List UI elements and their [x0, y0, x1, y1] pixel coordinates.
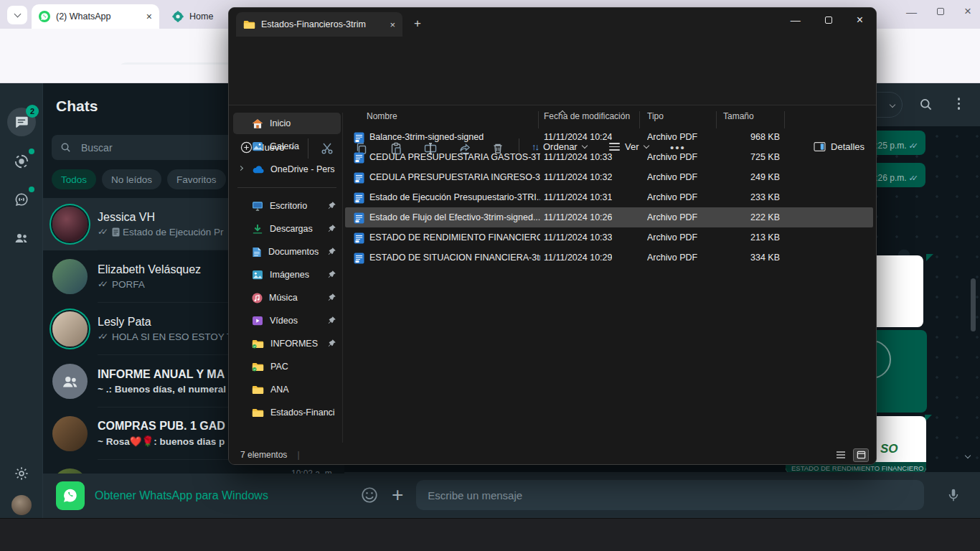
explorer-toolbar: Nuevo ↑↓ Ordenar Ver •••: [229, 70, 876, 105]
read-receipt-icon: ✓✓: [98, 279, 105, 289]
column-divider[interactable]: [538, 111, 539, 128]
sidebar-item-escritorio[interactable]: Escritorio: [233, 195, 341, 217]
sidebar-item-documentos[interactable]: Documentos: [233, 241, 341, 263]
tab-label: (2) WhatsApp: [56, 11, 141, 22]
column-divider[interactable]: [784, 111, 785, 128]
pin-icon: [327, 270, 336, 279]
file-date: 11/11/2024 10:24: [544, 132, 612, 142]
file-size: 334 KB: [691, 253, 780, 263]
tab-whatsapp[interactable]: (2) WhatsApp ×: [32, 4, 159, 29]
file-row[interactable]: Balance-3trim-signed-signed 11/11/2024 1…: [345, 127, 873, 147]
sidebar-item-musica[interactable]: Música: [233, 287, 341, 309]
desktop-screen: (2) WhatsApp × Home — × ← → ↻ web.whatsa…: [0, 0, 980, 551]
filter-unread[interactable]: No leídos: [102, 169, 161, 189]
sidebar-item-ana[interactable]: ANA: [233, 379, 341, 400]
file-name: CEDULA PRESUPUESTARIA INGRESO-3TRI...: [369, 172, 540, 182]
pictures-icon: [252, 270, 263, 280]
pin-icon: [327, 201, 336, 210]
conversation-scrollbar[interactable]: [971, 278, 976, 331]
taskbar: 1 Búsqueda T X W ESPLAA: [0, 518, 980, 551]
file-row[interactable]: CEDULA PRESUPUESTARIA INGRESO-3TRI... 11…: [345, 167, 873, 187]
sidebar-label: Escritorio: [270, 201, 307, 211]
avatar: [52, 416, 88, 451]
explorer-tab[interactable]: Estados-Financieros-3trim ×: [236, 12, 402, 37]
sidebar-item-onedrive[interactable]: OneDrive - Pers: [233, 159, 341, 180]
column-header-type[interactable]: Tipo: [647, 111, 664, 121]
column-header-name[interactable]: Nombre: [367, 111, 397, 121]
browser-close-button[interactable]: ×: [964, 4, 971, 19]
explorer-nav-bar: ← → ↑ ↻ … ANA Estados-Financieros-3trim: [229, 37, 876, 70]
file-row[interactable]: Estado de Ejecución Presupuestario-3TRI.…: [345, 187, 873, 207]
chevron-down-icon: [14, 11, 21, 18]
sidebar-item-informes[interactable]: INFORMES: [233, 333, 341, 354]
filter-all[interactable]: Todos: [52, 169, 96, 189]
document-logo-text: SO: [880, 442, 898, 456]
sidebar-item-imagenes[interactable]: Imágenes: [233, 264, 341, 286]
sidebar-divider[interactable]: [342, 113, 343, 443]
explorer-sidebar: Inicio Galería OneDrive - Pers Escritori…: [233, 113, 341, 425]
sidebar-label: Vídeos: [270, 316, 298, 326]
column-header-size[interactable]: Tamaño: [723, 111, 754, 121]
close-button[interactable]: ×: [857, 14, 863, 27]
tab-list-button[interactable]: [7, 6, 27, 24]
channels-nav-icon[interactable]: [7, 185, 36, 214]
attach-plus-icon[interactable]: +: [392, 485, 403, 505]
sidebar-item-descargas[interactable]: Descargas: [233, 218, 341, 240]
chats-nav-icon[interactable]: 2: [7, 108, 36, 136]
column-header-date[interactable]: Fecha de modificación: [544, 111, 630, 121]
read-receipt-icon: ✓✓: [909, 174, 918, 183]
new-tab-icon[interactable]: +: [414, 17, 421, 31]
emoji-icon[interactable]: [360, 486, 379, 504]
file-type: Archivo PDF: [647, 172, 697, 182]
expand-chevron-icon[interactable]: [238, 166, 243, 171]
file-row-selected[interactable]: Estado de Flujo del Efectivo-3trim-signe…: [345, 207, 873, 227]
sidebar-item-estados-financieros[interactable]: Estados-Financi: [233, 402, 341, 423]
sidebar-item-videos[interactable]: Vídeos: [233, 310, 341, 331]
sidebar-item-galeria[interactable]: Galería: [233, 136, 341, 157]
sidebar-label: Galería: [270, 141, 299, 151]
column-divider[interactable]: [639, 111, 640, 128]
file-size: 213 KB: [691, 232, 780, 242]
chat-preview: ~ .: Buenos días, el numeral: [98, 384, 226, 395]
sidebar-label: INFORMES: [270, 339, 318, 349]
details-view-toggle[interactable]: [833, 448, 849, 462]
sidebar-item-pac[interactable]: PAC: [233, 356, 341, 377]
item-count: 7 elementos: [240, 450, 287, 460]
downloads-icon: [252, 224, 263, 235]
onedrive-cloud-icon: [252, 166, 264, 174]
settings-gear-icon[interactable]: [7, 459, 36, 488]
avatar: [52, 259, 88, 294]
get-whatsapp-banner[interactable]: Obtener WhatsApp para Windows: [43, 474, 344, 518]
tab-close-icon[interactable]: ×: [390, 19, 395, 30]
minimize-button[interactable]: —: [791, 14, 801, 26]
mic-icon[interactable]: [946, 487, 961, 503]
filter-favorites[interactable]: Favoritos: [167, 169, 226, 189]
browser-restore-button[interactable]: [937, 8, 944, 15]
folder-icon: [243, 19, 255, 29]
large-icons-view-toggle[interactable]: [853, 448, 869, 462]
communities-nav-icon[interactable]: [7, 224, 36, 253]
profile-avatar[interactable]: [11, 495, 32, 515]
file-date: 11/11/2024 10:31: [544, 192, 612, 202]
conversation-search-icon[interactable]: [919, 98, 933, 111]
pin-icon: [327, 339, 336, 348]
file-row[interactable]: ESTADO DE SITUACION FINANCIERA-3tri... 1…: [345, 248, 873, 268]
avatar: [52, 207, 88, 242]
pdf-file-icon: [354, 253, 364, 264]
conversation-menu-icon[interactable]: [958, 98, 961, 110]
file-row[interactable]: CEDULA PRESUPUESTARIA GASTOS-3TRI... 11/…: [345, 147, 873, 167]
file-explorer-window: Estados-Financieros-3trim × + — × ← → ↑ …: [228, 7, 877, 465]
status-nav-icon[interactable]: [7, 147, 36, 176]
message-input[interactable]: [416, 480, 924, 510]
search-icon: [60, 142, 71, 153]
file-row[interactable]: ESTADO DE RENDIMIENTO FINANCIERO-... 11/…: [345, 227, 873, 248]
page-title: Chats: [56, 98, 98, 115]
tab-close-icon[interactable]: ×: [146, 11, 152, 22]
chat-time: 10:02 a. m.: [291, 468, 334, 474]
column-divider[interactable]: [716, 111, 717, 128]
chevron-down-icon: [890, 102, 895, 108]
browser-minimize-button[interactable]: —: [906, 6, 917, 18]
maximize-button[interactable]: [825, 17, 832, 24]
sidebar-item-inicio[interactable]: Inicio: [233, 113, 341, 134]
file-type: Archivo PDF: [647, 192, 697, 202]
